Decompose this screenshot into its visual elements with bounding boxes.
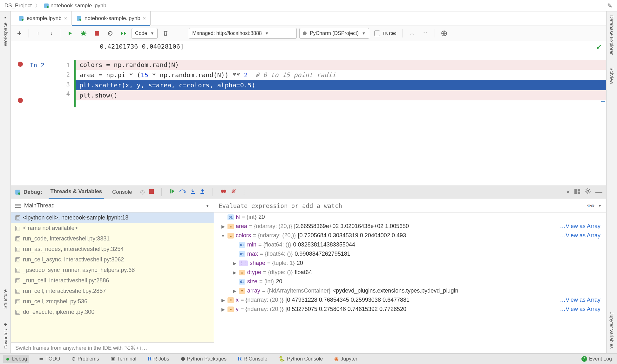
variable-row[interactable]: 01 size = {int} 20: [214, 277, 606, 286]
twist-icon[interactable]: ▼: [220, 233, 226, 238]
breadcrumb-file[interactable]: notebook-sample.ipynb: [44, 3, 106, 9]
debug-button[interactable]: [78, 28, 89, 39]
close-icon[interactable]: ×: [64, 16, 67, 21]
server-select[interactable]: Managed: http://localhost:8888▼: [189, 28, 297, 39]
twist-icon[interactable]: ▶: [232, 288, 237, 293]
resume-button[interactable]: [169, 188, 174, 196]
bottom-terminal[interactable]: ▣Terminal: [109, 354, 138, 363]
variable-row[interactable]: ▼≡ colors = {ndarray: (20,)} [0.7205684 …: [214, 231, 606, 240]
stop-button[interactable]: [149, 189, 154, 195]
view-as-array-link[interactable]: …View as Array: [560, 232, 604, 239]
twist-icon[interactable]: ▶: [232, 261, 237, 266]
variable-row[interactable]: ▶≡ dtype = {dtype: ()} float64: [214, 268, 606, 277]
eval-input[interactable]: [219, 202, 584, 209]
breakpoint-marker[interactable]: [18, 62, 23, 67]
collapse-down-button[interactable]: ﹀: [420, 28, 431, 39]
sidebar-database-explorer[interactable]: Database Explorer: [609, 15, 614, 55]
bottom-event-log[interactable]: 2Event Log: [580, 355, 614, 363]
cell-type-select[interactable]: Code▼: [132, 28, 158, 39]
variable-row[interactable]: ▶≡ array = {NdArrayItemsContainer} <pyde…: [214, 286, 606, 295]
stack-frame[interactable]: <ipython cell>, notebook-sample.ipynb:13: [11, 212, 214, 223]
sidebar-structure[interactable]: Structure: [3, 289, 8, 309]
twist-icon[interactable]: ▶: [220, 298, 226, 303]
tab-console[interactable]: Console: [110, 186, 134, 199]
tab-example[interactable]: example.ipynb ×: [14, 11, 72, 25]
globe-icon[interactable]: [439, 28, 450, 39]
mute-breakpoints-button[interactable]: [231, 188, 236, 196]
breadcrumb-project[interactable]: DS_Project: [4, 3, 32, 9]
bottom-python-console[interactable]: 🐍Python Console: [277, 354, 325, 363]
stack-frame[interactable]: run_cell_async, interactiveshell.py:3062: [11, 254, 214, 265]
stack-frame[interactable]: _run_cell, interactiveshell.py:2886: [11, 275, 214, 286]
variable-row[interactable]: 01 max = {float64: ()} 0.990884726279518…: [214, 249, 606, 259]
delete-button[interactable]: [160, 28, 171, 39]
code-line[interactable]: plt.scatter(x, y, s=area, c=colors, alph…: [76, 80, 606, 90]
bottom-todo[interactable]: ≔TODO: [37, 354, 62, 363]
code-line[interactable]: plt.show(): [76, 90, 606, 100]
twist-icon[interactable]: ▶: [220, 307, 226, 312]
add-cell-button[interactable]: [14, 28, 25, 39]
edit-icon[interactable]: ✎: [607, 2, 613, 10]
layout-icon[interactable]: [574, 189, 580, 195]
stack-frame[interactable]: run_code, interactiveshell.py:3331: [11, 233, 214, 244]
sidebar-favorites[interactable]: Favorites ★: [3, 321, 8, 349]
code-line[interactable]: colors = np.random.rand(N): [76, 60, 606, 70]
view-as-array-link[interactable]: …View as Array: [560, 306, 604, 313]
variable-row[interactable]: ▶⋮⋮ shape = {tuple: 1} 20: [214, 259, 606, 268]
step-over-button[interactable]: [179, 188, 186, 196]
close-panel-button[interactable]: ×: [566, 188, 570, 196]
bottom-r-jobs[interactable]: RR Jobs: [146, 355, 171, 363]
stack-frame[interactable]: run_ast_nodes, interactiveshell.py:3254: [11, 244, 214, 254]
step-into-button[interactable]: [190, 188, 195, 196]
tab-threads-variables[interactable]: Threads & Variables: [49, 185, 104, 199]
editor[interactable]: ✔ 0.42101736 0.04028106] In 2 1234 color…: [11, 41, 606, 185]
close-icon[interactable]: ×: [143, 16, 146, 21]
more-icon[interactable]: ⋮: [241, 188, 247, 196]
code-body[interactable]: colors = np.random.rand(N)area = np.pi *…: [74, 60, 606, 107]
collapse-up-button[interactable]: ︿: [407, 28, 417, 39]
bottom-r-console[interactable]: RR Console: [236, 355, 269, 363]
kernel-select[interactable]: PyCharm (DSProject)▼: [299, 28, 369, 39]
stack-frame[interactable]: _pseudo_sync_runner, async_helpers.py:68: [11, 265, 214, 275]
tab-notebook-sample[interactable]: notebook-sample.ipynb ×: [72, 11, 151, 25]
code-line[interactable]: area = np.pi * (15 * np.random.rand(N)) …: [76, 70, 606, 80]
sidebar-sciview[interactable]: SciView: [609, 67, 614, 84]
variable-row[interactable]: ▶≡ x = {ndarray: (20,)} [0.47931228 0.76…: [214, 295, 606, 305]
bottom-python-packages[interactable]: ⬢Python Packages: [179, 354, 229, 363]
variable-row[interactable]: 01 N = {int} 20: [214, 212, 606, 222]
thread-select[interactable]: MainThread ▼: [11, 199, 214, 212]
variables-tree[interactable]: 01 N = {int} 20▶≡ area = {ndarray: (20,)…: [214, 212, 606, 353]
target-icon[interactable]: ◎: [140, 189, 145, 195]
twist-icon[interactable]: ▶: [232, 270, 237, 275]
restart-button[interactable]: [105, 28, 116, 39]
bottom-jupyter[interactable]: ◉Jupyter: [332, 354, 359, 363]
run-all-button[interactable]: [118, 28, 129, 39]
variable-row[interactable]: ▶≡ y = {ndarray: (20,)} [0.53275075 0.27…: [214, 305, 606, 314]
sidebar-workspace[interactable]: Workspace ▪: [3, 15, 8, 46]
minimize-icon[interactable]: —: [595, 188, 602, 196]
trusted-checkbox[interactable]: Trusted: [372, 30, 399, 36]
stack-frame[interactable]: run_cell, zmqshell.py:536: [11, 296, 214, 307]
stop-button[interactable]: [92, 28, 102, 39]
breakpoint-marker[interactable]: [18, 86, 23, 91]
chevron-down-icon[interactable]: ▼: [598, 204, 602, 208]
variable-row[interactable]: 01 min = {float64: ()} 0.032838114383355…: [214, 240, 606, 249]
view-as-array-link[interactable]: …View as Array: [560, 297, 604, 303]
gear-icon[interactable]: [585, 188, 591, 196]
step-out-button[interactable]: [200, 188, 205, 196]
stack-frame[interactable]: run_cell, interactiveshell.py:2857: [11, 286, 214, 296]
move-up-button[interactable]: ↑: [33, 28, 44, 39]
move-down-button[interactable]: ↓: [46, 28, 57, 39]
run-button[interactable]: [65, 28, 76, 39]
bottom-debug[interactable]: Debug: [3, 355, 29, 363]
breakpoint-marker[interactable]: [18, 98, 23, 103]
view-breakpoints-button[interactable]: [220, 188, 226, 196]
stack-frame[interactable]: do_execute, ipkernel.py:300: [11, 307, 214, 317]
bottom-problems[interactable]: ⊘Problems: [70, 354, 101, 363]
breakpoint-marker[interactable]: [18, 74, 23, 79]
twist-icon[interactable]: ▶: [220, 224, 226, 229]
frames-list[interactable]: <ipython cell>, notebook-sample.ipynb:13…: [11, 212, 214, 342]
variable-row[interactable]: ▶≡ area = {ndarray: (20,)} [2.66558369e+…: [214, 222, 606, 231]
sidebar-jupyter-variables[interactable]: Jupyter Variables: [609, 312, 614, 349]
view-as-array-link[interactable]: …View as Array: [560, 223, 604, 230]
